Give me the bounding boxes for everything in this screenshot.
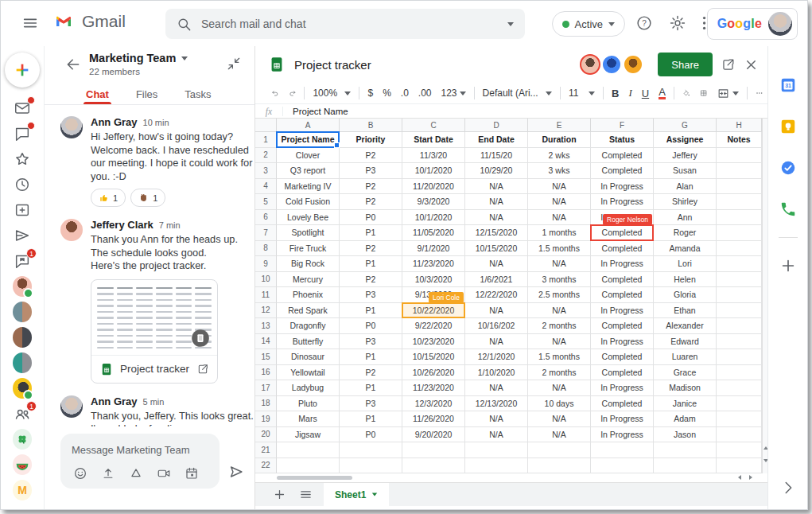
- cell-E15[interactable]: 1.5 months: [528, 349, 591, 365]
- add-sheet-icon[interactable]: [273, 488, 286, 501]
- upload-icon[interactable]: [101, 466, 115, 481]
- emoji-icon[interactable]: [73, 466, 87, 481]
- row-header-7[interactable]: 7: [255, 225, 277, 241]
- cell-B12[interactable]: P1: [340, 303, 402, 319]
- cell-A11[interactable]: Phoenix: [277, 287, 340, 303]
- cell-B4[interactable]: P2: [340, 179, 402, 195]
- sidebar-item-snoozed[interactable]: [13, 175, 32, 194]
- cell-C5[interactable]: 9/3/2020: [402, 194, 465, 210]
- cell-A21[interactable]: [277, 442, 340, 458]
- collaborator-avatar-2[interactable]: [601, 54, 622, 75]
- horizontal-scrollbar[interactable]: [255, 473, 762, 482]
- scroll-left-arrow[interactable]: [738, 475, 741, 480]
- zoom-select[interactable]: 100%: [308, 84, 355, 102]
- cell-C12[interactable]: 10/22/2020: [402, 303, 465, 319]
- row-header-13[interactable]: 13: [255, 318, 277, 334]
- cell-E12[interactable]: N/A: [528, 303, 591, 319]
- cell-F5[interactable]: In Progress: [591, 194, 654, 210]
- cell-C14[interactable]: 10/23/2020: [402, 334, 465, 350]
- cell-D1[interactable]: End Date: [465, 132, 528, 148]
- cell-H17[interactable]: [717, 380, 762, 396]
- cell-A4[interactable]: Marketing IV: [277, 179, 340, 195]
- cell-C9[interactable]: 11/23/2020: [402, 256, 465, 272]
- cell-H7[interactable]: [717, 225, 762, 241]
- sidebar-item-room-watermelon[interactable]: [13, 455, 32, 474]
- cell-G8[interactable]: Amanda: [654, 241, 717, 257]
- cell-A12[interactable]: Red Spark: [277, 303, 340, 319]
- cell-F3[interactable]: Completed: [591, 163, 654, 179]
- cell-F10[interactable]: Completed: [591, 272, 654, 288]
- cell-H2[interactable]: [717, 148, 762, 164]
- cell-G21[interactable]: [654, 442, 717, 458]
- sidebar-item-spaces[interactable]: 1: [13, 251, 32, 271]
- formula-bar[interactable]: fx Project Name: [255, 103, 768, 119]
- format-currency-button[interactable]: $: [363, 84, 378, 102]
- cell-D9[interactable]: N/A: [465, 256, 528, 272]
- cell-G3[interactable]: Susan: [654, 163, 717, 179]
- cell-A2[interactable]: Clover: [277, 148, 340, 164]
- cell-D3[interactable]: 10/29/20: [465, 163, 528, 179]
- cell-B7[interactable]: P1: [340, 225, 402, 241]
- cell-F18[interactable]: Completed: [591, 396, 654, 412]
- column-header-C[interactable]: C: [402, 119, 465, 132]
- sidebar-item-sent[interactable]: [13, 226, 32, 245]
- cell-B20[interactable]: P0: [340, 427, 402, 443]
- sidebar-item-starred[interactable]: [13, 150, 32, 169]
- cell-G11[interactable]: Gloria: [654, 287, 717, 303]
- cell-D5[interactable]: N/A: [465, 194, 528, 210]
- cell-H12[interactable]: [717, 303, 762, 319]
- cell-A16[interactable]: Yellowtail: [277, 365, 340, 381]
- column-header-A[interactable]: A: [277, 119, 340, 132]
- tab-tasks[interactable]: Tasks: [185, 84, 211, 104]
- cell-B8[interactable]: P2: [340, 241, 402, 257]
- cell-B19[interactable]: P1: [340, 411, 402, 427]
- row-header-5[interactable]: 5: [255, 194, 277, 210]
- cell-A20[interactable]: Jigsaw: [277, 427, 340, 443]
- cell-G18[interactable]: Janice: [654, 396, 717, 412]
- cell-B13[interactable]: P0: [340, 318, 402, 334]
- cell-C3[interactable]: 10/1/2020: [402, 163, 465, 179]
- cell-F11[interactable]: Completed: [591, 287, 654, 303]
- cell-C20[interactable]: 9/20/2020: [402, 427, 465, 443]
- sidebar-item-group-chat[interactable]: 1: [13, 404, 32, 423]
- row-header-4[interactable]: 4: [255, 179, 277, 195]
- cell-C1[interactable]: Start Date: [402, 132, 465, 148]
- more-options-icon[interactable]: [751, 84, 768, 102]
- cell-C18[interactable]: 12/3/2020: [402, 396, 465, 412]
- cell-H15[interactable]: [717, 349, 762, 365]
- reaction-pill[interactable]: 1: [91, 189, 126, 207]
- message-composer[interactable]: Message Marketing Team: [60, 434, 220, 489]
- cell-E14[interactable]: N/A: [528, 334, 591, 350]
- cell-D8[interactable]: 10/15/2020: [465, 241, 528, 257]
- reaction-pill[interactable]: 1: [130, 189, 165, 207]
- cell-D6[interactable]: N/A: [465, 210, 528, 226]
- cell-E16[interactable]: 2 months: [528, 365, 591, 381]
- cell-C6[interactable]: 10/1/2020: [402, 210, 465, 226]
- search-options-caret-icon[interactable]: [507, 22, 514, 26]
- cell-A6[interactable]: Lovely Bee: [277, 210, 340, 226]
- cell-A8[interactable]: Fire Truck: [277, 241, 340, 257]
- row-header-15[interactable]: 15: [255, 349, 277, 365]
- cell-B22[interactable]: [340, 458, 402, 474]
- cell-B5[interactable]: P2: [340, 194, 402, 210]
- cell-D21[interactable]: [465, 442, 528, 458]
- cell-B18[interactable]: P3: [340, 396, 402, 412]
- cell-G22[interactable]: [654, 458, 717, 474]
- cell-H16[interactable]: [717, 365, 762, 381]
- cell-E9[interactable]: N/A: [528, 256, 591, 272]
- sidebar-item-scheduled[interactable]: [13, 201, 32, 220]
- cell-C21[interactable]: [402, 442, 465, 458]
- cell-A10[interactable]: Mercury: [277, 272, 340, 288]
- cell-A7[interactable]: Spotlight: [277, 225, 340, 241]
- collaborator-avatar-1[interactable]: [580, 54, 600, 75]
- cell-B10[interactable]: P2: [340, 272, 402, 288]
- cell-E8[interactable]: 1.5 months: [528, 241, 591, 257]
- cell-G14[interactable]: Edward: [654, 334, 717, 350]
- chat-title[interactable]: Marketing Team: [89, 52, 188, 64]
- row-header-19[interactable]: 19: [255, 411, 277, 427]
- more-formats-button[interactable]: 123: [437, 84, 471, 102]
- cell-C11[interactable]: 9/13/2020: [402, 287, 465, 303]
- cell-A9[interactable]: Big Rock: [277, 256, 340, 272]
- underline-button[interactable]: U: [637, 84, 654, 102]
- format-percent-button[interactable]: %: [378, 84, 396, 102]
